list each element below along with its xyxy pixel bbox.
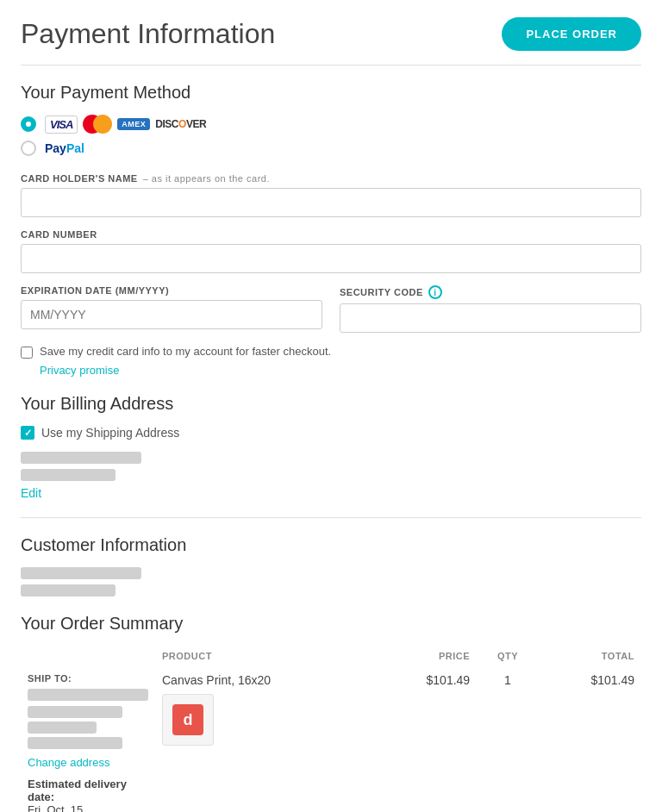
place-order-button[interactable]: PLACE ORDER (502, 17, 641, 51)
card-number-label: CARD NUMBER (21, 229, 641, 240)
expiration-group: EXPIRATION DATE (MM/YYYY) (21, 285, 322, 333)
order-summary-section: Your Order Summary PRODUCT PRICE QTY TOT… (21, 614, 641, 812)
billing-address-display (21, 452, 641, 481)
cardholder-name-label: CARD HOLDER'S NAME – as it appears on th… (21, 173, 641, 184)
expiry-security-row: EXPIRATION DATE (MM/YYYY) SECURITY CODE … (21, 285, 641, 345)
product-cell: Canvas Print, 16x20 d (155, 666, 374, 812)
product-thumbnail: d (162, 694, 214, 746)
divider-1 (21, 517, 641, 518)
expiration-input[interactable] (21, 300, 322, 329)
customer-blurred-line-1 (21, 567, 141, 579)
col-product: PRODUCT (155, 646, 374, 666)
payment-method-section: Your Payment Method VISA AMEX DISCOVER (21, 83, 641, 156)
payment-method-title: Your Payment Method (21, 83, 641, 103)
order-table-header: PRODUCT PRICE QTY TOTAL (21, 646, 641, 666)
col-qty: QTY (477, 646, 539, 666)
delivery-info: Estimated delivery date: Fri, Oct. 15 (28, 778, 148, 812)
total-cell: $101.49 (539, 666, 641, 812)
discover-logo: DISCOVER (155, 118, 206, 130)
customer-information-title: Customer Information (21, 535, 641, 555)
page-header: Payment Information PLACE ORDER (21, 17, 641, 66)
save-card-checkbox[interactable] (21, 347, 33, 359)
amex-logo: AMEX (117, 118, 150, 130)
card-number-input[interactable] (21, 244, 641, 273)
payment-options-list: VISA AMEX DISCOVER PayPal (21, 115, 641, 156)
price-cell: $101.49 (374, 666, 477, 812)
payment-option-credit-card[interactable]: VISA AMEX DISCOVER (21, 115, 641, 134)
address-blurred-2 (28, 706, 122, 718)
address-blurred-1 (28, 689, 148, 701)
privacy-promise-link[interactable]: Privacy promise (40, 364, 641, 377)
cardholder-name-input[interactable] (21, 188, 641, 217)
use-shipping-label: Use my Shipping Address (41, 426, 179, 440)
security-code-group: SECURITY CODE i (340, 285, 641, 333)
billing-address-title: Your Billing Address (21, 394, 641, 414)
product-name: Canvas Print, 16x20 (162, 673, 367, 687)
address-blurred-3 (28, 721, 97, 734)
radio-paypal[interactable] (21, 141, 36, 156)
col-total: TOTAL (539, 646, 641, 666)
qty-cell: 1 (477, 666, 539, 812)
customer-blurred-line-2 (21, 584, 116, 597)
ship-to-cell: SHIP TO: Change address Estimated delive… (21, 666, 155, 812)
use-shipping-row[interactable]: Use my Shipping Address (21, 426, 641, 440)
billing-edit-link[interactable]: Edit (21, 486, 41, 500)
cardholder-name-group: CARD HOLDER'S NAME – as it appears on th… (21, 173, 641, 217)
col-price: PRICE (374, 646, 477, 666)
customer-info-display (21, 567, 641, 597)
expiration-label: EXPIRATION DATE (MM/YYYY) (21, 285, 322, 296)
payment-option-paypal[interactable]: PayPal (21, 141, 641, 156)
billing-address-section: Your Billing Address Use my Shipping Add… (21, 394, 641, 500)
page-title: Payment Information (21, 18, 275, 50)
delivery-date: Fri, Oct. 15 (28, 803, 148, 812)
address-blurred-4 (28, 737, 122, 749)
paypal-logo: PayPal (45, 141, 84, 155)
customer-information-section: Customer Information (21, 535, 641, 597)
card-logos: VISA AMEX DISCOVER (45, 115, 206, 134)
radio-credit-card[interactable] (21, 116, 36, 132)
visa-logo: VISA (45, 116, 78, 134)
use-shipping-checkbox[interactable] (21, 426, 34, 440)
order-summary-title: Your Order Summary (21, 614, 641, 634)
mastercard-logo (83, 115, 112, 134)
save-card-label: Save my credit card info to my account f… (40, 345, 331, 358)
security-code-label: SECURITY CODE i (340, 285, 641, 299)
delivery-label: Estimated delivery date: (28, 778, 148, 803)
ship-to-label: SHIP TO: (28, 673, 148, 684)
blurred-line-2 (21, 469, 116, 481)
card-form-section: CARD HOLDER'S NAME – as it appears on th… (21, 173, 641, 377)
save-card-row: Save my credit card info to my account f… (21, 345, 641, 359)
product-thumb-icon: d (172, 704, 203, 735)
security-code-input[interactable] (340, 303, 641, 333)
security-code-info-icon[interactable]: i (428, 285, 442, 299)
col-shipto (21, 646, 155, 666)
blurred-line-1 (21, 452, 141, 464)
order-table: PRODUCT PRICE QTY TOTAL SHIP TO: Change … (21, 646, 641, 812)
card-number-group: CARD NUMBER (21, 229, 641, 273)
change-address-link[interactable]: Change address (28, 756, 148, 769)
order-row: SHIP TO: Change address Estimated delive… (21, 666, 641, 812)
